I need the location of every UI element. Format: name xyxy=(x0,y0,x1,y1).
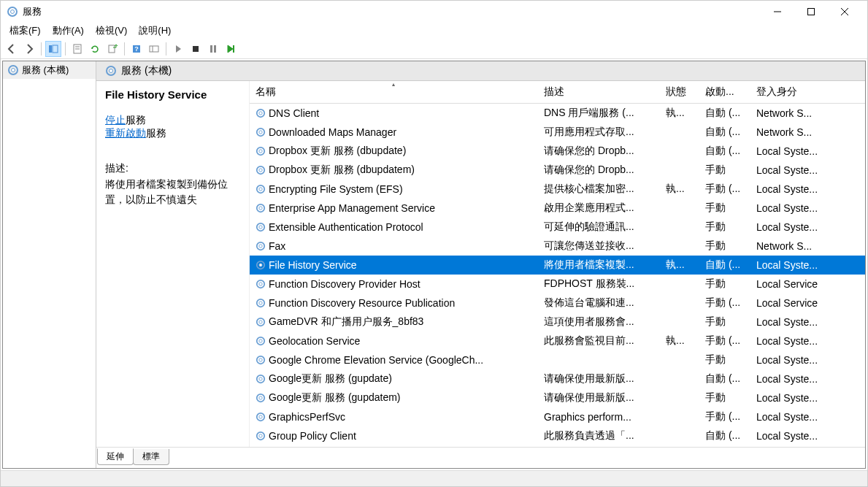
restart-service-button[interactable] xyxy=(223,41,239,57)
export-button[interactable] xyxy=(104,41,120,57)
gear-icon xyxy=(256,298,266,308)
bottom-tabs: 延伸 標準 xyxy=(96,447,865,468)
cell-name: Geolocation Service xyxy=(250,335,538,347)
cell-startup-type: 自動 (... xyxy=(699,258,750,272)
svg-point-53 xyxy=(259,377,262,380)
cell-startup-type: 手動 xyxy=(699,202,750,215)
menu-view[interactable]: 檢視(V) xyxy=(90,23,133,39)
window-title: 服務 xyxy=(23,5,761,18)
tree-node-services-local[interactable]: 服務 (本機) xyxy=(3,61,96,79)
cell-log-on-as: Local Syste... xyxy=(750,392,865,404)
svg-point-35 xyxy=(259,207,262,210)
table-row[interactable]: Function Discovery Resource Publication發… xyxy=(250,294,865,312)
svg-rect-7 xyxy=(53,45,58,53)
show-hide-tree-button[interactable] xyxy=(45,41,61,57)
cell-log-on-as: Local Syste... xyxy=(750,259,865,271)
cell-description: FDPHOST 服務裝... xyxy=(538,277,660,291)
tab-standard[interactable]: 標準 xyxy=(133,449,169,465)
list-header: 名稱▴ 描述 狀態 啟動... 登入身分 xyxy=(250,81,865,104)
gear-icon xyxy=(256,203,266,213)
svg-point-41 xyxy=(259,264,262,266)
panel-header: 服務 (本機) xyxy=(96,61,865,81)
help-button[interactable]: ? xyxy=(128,41,145,57)
menu-file[interactable]: 檔案(F) xyxy=(4,23,47,39)
cell-description: 此服務負責透過「... xyxy=(538,429,660,442)
close-button[interactable] xyxy=(828,1,861,23)
table-row[interactable]: Google更新 服務 (gupdate)请确保使用最新版...自動 (...L… xyxy=(250,369,865,388)
tab-extended[interactable]: 延伸 xyxy=(97,448,134,465)
cell-status: 執... xyxy=(660,183,699,196)
cell-startup-type: 自動 (... xyxy=(699,107,750,120)
table-row[interactable]: Dropbox 更新 服務 (dbupdatem)请确保您的 Dropb...手… xyxy=(250,161,865,180)
panel-header-title: 服務 (本機) xyxy=(121,64,172,77)
column-header-description[interactable]: 描述 xyxy=(538,81,660,103)
table-row[interactable]: Extensible Authentication Protocol可延伸的驗證… xyxy=(250,218,865,237)
column-header-status[interactable]: 狀態 xyxy=(660,81,699,103)
stop-service-link[interactable]: 停止 xyxy=(105,114,126,126)
services-list: 名稱▴ 描述 狀態 啟動... 登入身分 DNS ClientDNS 用戶端服務… xyxy=(250,81,865,447)
gear-icon xyxy=(256,241,266,251)
selected-service-name: File History Service xyxy=(105,88,240,101)
cell-name: Group Policy Client xyxy=(250,430,538,442)
cell-description: 请确保使用最新版... xyxy=(538,372,660,386)
menu-help[interactable]: 說明(H) xyxy=(133,23,177,39)
cell-log-on-as: Local Syste... xyxy=(750,183,865,195)
column-header-startup-type[interactable]: 啟動... xyxy=(699,81,750,103)
gear-icon xyxy=(256,146,266,156)
svg-point-31 xyxy=(259,169,262,172)
forward-button[interactable] xyxy=(21,41,37,57)
table-row[interactable]: Downloaded Maps Manager可用應用程式存取...自動 (..… xyxy=(250,123,865,142)
svg-point-23 xyxy=(110,69,113,73)
gear-icon xyxy=(256,393,266,403)
cell-description: 可讓您傳送並接收... xyxy=(538,239,660,253)
table-row[interactable]: Dropbox 更新 服務 (dbupdate)请确保您的 Dropb...自動… xyxy=(250,142,865,161)
cell-name: GraphicsPerfSvc xyxy=(250,411,538,423)
cell-startup-type: 手動 xyxy=(699,277,750,291)
properties-button[interactable] xyxy=(69,41,85,57)
cell-log-on-as: Network S... xyxy=(750,107,865,119)
back-button[interactable] xyxy=(4,41,20,57)
cell-description: 请确保您的 Dropb... xyxy=(538,164,660,177)
table-row[interactable]: Google Chrome Elevation Service (GoogleC… xyxy=(250,350,865,369)
table-row[interactable]: Encrypting File System (EFS)提供核心檔案加密...執… xyxy=(250,180,865,199)
svg-point-43 xyxy=(259,283,262,285)
svg-point-47 xyxy=(259,321,262,323)
gear-icon xyxy=(256,355,266,365)
statusbar xyxy=(1,470,867,486)
menu-action[interactable]: 動作(A) xyxy=(47,23,90,39)
toolbar-extra-button[interactable] xyxy=(146,41,162,57)
svg-point-51 xyxy=(259,358,262,361)
maximize-button[interactable] xyxy=(794,1,828,23)
tree-node-label: 服務 (本機) xyxy=(22,64,69,77)
cell-startup-type: 手動 xyxy=(699,164,750,177)
pause-service-button[interactable] xyxy=(205,41,221,57)
minimize-button[interactable] xyxy=(761,1,794,23)
svg-point-33 xyxy=(259,188,262,191)
svg-point-59 xyxy=(259,434,262,437)
cell-name: Enterprise App Management Service xyxy=(250,202,538,214)
cell-startup-type: 手動 (... xyxy=(699,410,750,423)
cell-description: DNS 用戶端服務 (... xyxy=(538,107,660,120)
column-header-log-on-as[interactable]: 登入身分 xyxy=(750,81,865,103)
table-row[interactable]: Function Discovery Provider HostFDPHOST … xyxy=(250,275,865,294)
table-row[interactable]: Group Policy Client此服務負責透過「...自動 (...Loc… xyxy=(250,426,865,445)
description-text: 將使用者檔案複製到備份位置，以防止不慎遺失 xyxy=(105,177,240,207)
stop-service-button[interactable] xyxy=(188,41,204,57)
cell-log-on-as: Local Syste... xyxy=(750,202,865,214)
column-header-name[interactable]: 名稱▴ xyxy=(250,81,538,103)
services-window: 服務 檔案(F) 動作(A) 檢視(V) 說明(H) ? xyxy=(0,0,868,487)
table-row[interactable]: DNS ClientDNS 用戶端服務 (...執...自動 (...Netwo… xyxy=(250,104,865,123)
start-service-button[interactable] xyxy=(170,41,186,57)
description-label: 描述: xyxy=(105,162,240,175)
table-row[interactable]: Fax可讓您傳送並接收...手動Network S... xyxy=(250,237,865,256)
table-row[interactable]: Enterprise App Management Service啟用企業應用程… xyxy=(250,199,865,218)
cell-description: 可用應用程式存取... xyxy=(538,126,660,139)
restart-service-link[interactable]: 重新啟動 xyxy=(105,127,146,139)
list-body[interactable]: DNS ClientDNS 用戶端服務 (...執...自動 (...Netwo… xyxy=(250,104,865,447)
table-row[interactable]: Google更新 服務 (gupdatem)请确保使用最新版...手動Local… xyxy=(250,388,865,407)
table-row[interactable]: GameDVR 和广播用户服务_8bf83這項使用者服務會...手動Local … xyxy=(250,312,865,331)
refresh-button[interactable] xyxy=(87,41,103,57)
table-row[interactable]: GraphicsPerfSvcGraphics perform...手動 (..… xyxy=(250,407,865,426)
table-row[interactable]: Geolocation Service此服務會監視目前...執...手動 (..… xyxy=(250,331,865,350)
table-row[interactable]: File History Service將使用者檔案複製...執...自動 (.… xyxy=(250,256,865,275)
